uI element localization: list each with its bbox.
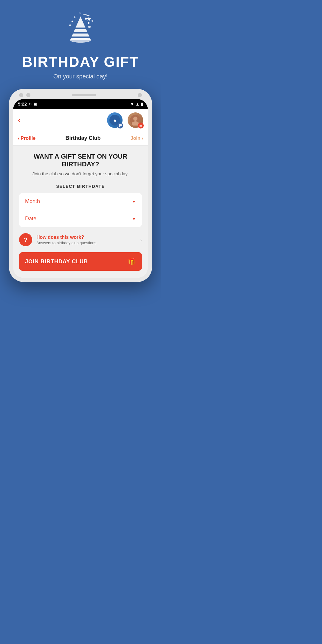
date-dropdown-icon: ▼ <box>132 216 136 221</box>
main-content: WANT A GIFT SENT ON YOUR BIRTHDAY? Join … <box>13 145 148 278</box>
nav-bar: ‹ Profile Birthday Club Join › <box>13 131 148 145</box>
section-heading: WANT A GIFT SENT ON YOUR BIRTHDAY? <box>19 153 142 168</box>
nav-join[interactable]: Join › <box>131 136 143 141</box>
status-left: 5:22 ⊙ ▣ <box>18 101 37 106</box>
nav-profile[interactable]: ‹ Profile <box>18 136 35 141</box>
select-label: SELECT BIRTHDATE <box>19 184 142 189</box>
status-icon-1: ⊙ <box>29 102 32 106</box>
avatar-divider <box>125 114 125 126</box>
date-label: Date <box>25 216 36 222</box>
section-subtext: Join the club so we don't forget your sp… <box>19 171 142 177</box>
join-chevron-icon: › <box>142 136 143 141</box>
profile-chevron-icon: ‹ <box>18 136 19 141</box>
svg-point-11 <box>74 16 75 18</box>
status-time: 5:22 <box>18 101 27 106</box>
date-select[interactable]: Date ▼ <box>19 210 142 227</box>
phone-top-cameras <box>13 93 148 97</box>
camera-dot-2 <box>26 93 30 97</box>
camera-dot-1 <box>19 93 23 97</box>
battery-icon: ▮ <box>141 102 143 106</box>
join-label: Join <box>131 136 140 141</box>
month-label: Month <box>25 198 40 205</box>
how-sub: Answers to birthday club questions <box>36 241 136 245</box>
status-bar: 5:22 ⊙ ▣ ▼ ▲ ▮ <box>13 99 148 109</box>
svg-point-8 <box>88 26 91 28</box>
chat-badge <box>117 123 123 129</box>
month-dropdown-icon: ▼ <box>132 199 136 204</box>
svg-rect-7 <box>71 21 73 22</box>
avatar-store[interactable]: ★ <box>107 112 123 128</box>
svg-text:★: ★ <box>113 118 117 123</box>
svg-point-4 <box>70 38 91 43</box>
signal-icon: ▲ <box>135 102 140 106</box>
gift-icon: 🎁 <box>128 258 136 265</box>
svg-point-18 <box>133 117 137 121</box>
question-icon: ? <box>19 233 32 246</box>
hero-subtitle: On your special day! <box>53 73 108 80</box>
svg-rect-5 <box>85 18 87 20</box>
phone-frame: 5:22 ⊙ ▣ ▼ ▲ ▮ ‹ <box>9 89 152 282</box>
header-avatars: ★ <box>107 112 143 128</box>
menu-badge <box>138 123 144 129</box>
svg-marker-10 <box>86 16 91 21</box>
wifi-icon: ▼ <box>130 102 134 106</box>
how-title: How does this work? <box>36 235 136 240</box>
svg-point-12 <box>92 20 93 22</box>
month-select[interactable]: Month ▼ <box>19 193 142 210</box>
party-hat-icon <box>63 12 98 48</box>
join-birthday-club-button[interactable]: JOIN BIRTHDAY CLUB 🎁 <box>19 252 142 271</box>
how-text: How does this work? Answers to birthday … <box>36 235 136 245</box>
app-header: ‹ ★ <box>13 109 148 131</box>
how-chevron-icon: › <box>140 237 142 243</box>
svg-point-9 <box>69 24 71 26</box>
svg-rect-22 <box>140 126 142 127</box>
phone-screen: 5:22 ⊙ ▣ ▼ ▲ ▮ ‹ <box>13 99 148 278</box>
svg-rect-15 <box>119 124 122 126</box>
camera-dot-3 <box>138 93 142 97</box>
hero-section: BIRTHDAY GIFT On your special day! 5:22 … <box>0 0 161 291</box>
phone-speaker <box>72 94 96 96</box>
svg-rect-20 <box>140 125 142 125</box>
status-icon-2: ▣ <box>33 102 37 106</box>
profile-label: Profile <box>21 136 35 141</box>
hero-title: BIRTHDAY GIFT <box>22 54 139 70</box>
avatar-user[interactable] <box>128 112 143 128</box>
svg-rect-21 <box>140 126 142 126</box>
phone-cameras-left <box>19 93 30 97</box>
back-button[interactable]: ‹ <box>18 116 20 124</box>
status-right: ▼ ▲ ▮ <box>130 102 143 106</box>
join-button-label: JOIN BIRTHDAY CLUB <box>25 258 88 265</box>
svg-rect-6 <box>88 22 89 24</box>
how-it-works[interactable]: ? How does this work? Answers to birthda… <box>19 233 142 246</box>
birthdate-card: Month ▼ Date ▼ <box>19 193 142 227</box>
nav-title: Birthday Club <box>65 135 100 141</box>
svg-marker-16 <box>119 126 120 127</box>
